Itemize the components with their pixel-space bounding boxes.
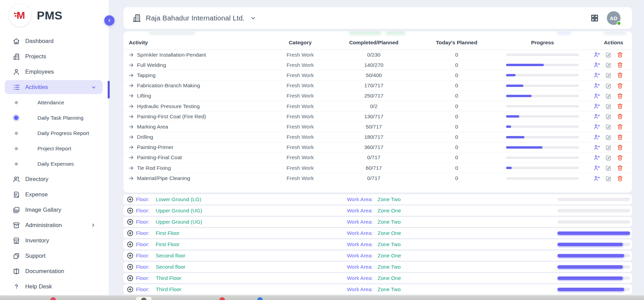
assign-user-icon[interactable] xyxy=(594,154,600,161)
assign-user-icon[interactable] xyxy=(594,113,600,120)
sidebar-item-employees[interactable]: Employees xyxy=(0,64,109,79)
completed-planned-cell: 0/717 xyxy=(337,175,411,181)
delete-icon[interactable] xyxy=(617,51,623,58)
edit-icon[interactable] xyxy=(605,103,612,109)
delete-icon[interactable] xyxy=(617,134,623,140)
assign-user-icon[interactable] xyxy=(594,144,600,151)
sidebar-item-documentation[interactable]: Documentation xyxy=(0,264,109,279)
sidebar-subitem-daily-task-planning[interactable]: Daily Task Planning xyxy=(0,110,109,125)
work-area-zone: Zone Two xyxy=(378,241,401,247)
expand-plus-icon[interactable] xyxy=(127,252,134,259)
system-taskbar[interactable] xyxy=(0,295,644,300)
expand-plus-icon[interactable] xyxy=(127,286,134,293)
todays-planned-cell: 0 xyxy=(411,124,502,130)
assign-user-icon[interactable] xyxy=(594,72,600,78)
edit-icon[interactable] xyxy=(605,93,612,99)
dock-dot-blue[interactable] xyxy=(257,297,263,300)
category-cell: Fresh Work xyxy=(264,93,337,99)
expand-plus-icon[interactable] xyxy=(127,275,134,282)
table-row: Fabrication-Branch Making Fresh Work 170… xyxy=(123,81,632,91)
bullet-icon xyxy=(15,132,18,135)
expand-plus-icon[interactable] xyxy=(127,241,134,248)
archive-icon xyxy=(12,221,20,229)
sidebar-subitem-project-report[interactable]: Project Report xyxy=(0,141,109,156)
expand-plus-icon[interactable] xyxy=(127,264,134,270)
edit-icon[interactable] xyxy=(605,154,612,161)
delete-icon[interactable] xyxy=(617,165,623,171)
delete-icon[interactable] xyxy=(617,93,623,99)
edit-icon[interactable] xyxy=(605,123,612,130)
sidebar-subitem-daily-progress-report[interactable]: Daily Progress Report xyxy=(0,125,109,141)
sidebar-nav: DashboardProjectsEmployeesActivitiesAtte… xyxy=(0,33,109,294)
sidebar-item-activities[interactable]: Activities xyxy=(5,80,103,94)
expand-plus-icon[interactable] xyxy=(127,207,134,214)
delete-icon[interactable] xyxy=(617,62,623,68)
delete-icon[interactable] xyxy=(617,154,623,161)
edit-icon[interactable] xyxy=(605,62,612,68)
activity-name: Hydraulic Pressure Testing xyxy=(137,103,200,109)
edit-icon[interactable] xyxy=(605,134,612,140)
assign-user-icon[interactable] xyxy=(594,103,600,109)
dock-active-app-tile[interactable] xyxy=(136,297,152,300)
arrow-right-icon xyxy=(128,93,134,99)
completed-planned-cell: 0/230 xyxy=(337,52,411,58)
delete-icon[interactable] xyxy=(617,123,623,130)
bullet-icon xyxy=(15,163,18,165)
sidebar-subitem-attendance[interactable]: Attendance xyxy=(0,95,109,110)
company-dropdown-chevron-icon[interactable] xyxy=(250,15,256,21)
sidebar-collapse-button[interactable] xyxy=(104,15,114,26)
progress-bar-fill xyxy=(506,146,542,149)
dock-dot-red-2[interactable] xyxy=(219,297,225,300)
delete-icon[interactable] xyxy=(617,144,623,151)
sidebar-subitem-daily-expenses[interactable]: Daily Expenses xyxy=(0,156,109,171)
expand-plus-icon[interactable] xyxy=(127,230,134,237)
apps-grid-icon[interactable] xyxy=(591,14,599,22)
assign-user-icon[interactable] xyxy=(594,82,600,89)
sidebar-item-image-gallary[interactable]: Image Gallary xyxy=(0,202,109,217)
assign-user-icon[interactable] xyxy=(594,165,600,171)
sidebar-item-directory[interactable]: Directory xyxy=(0,171,109,187)
delete-icon[interactable] xyxy=(617,82,623,89)
edit-icon[interactable] xyxy=(605,72,612,78)
sidebar-item-administration[interactable]: Administration xyxy=(0,217,109,233)
assign-user-icon[interactable] xyxy=(594,123,600,130)
sidebar-item-support[interactable]: Support xyxy=(0,248,109,264)
edit-icon[interactable] xyxy=(605,165,612,171)
edit-icon[interactable] xyxy=(605,144,612,151)
floor-name: Lower Ground (LG) xyxy=(156,196,201,202)
sidebar-subitem-label: Daily Task Planning xyxy=(37,115,83,121)
delete-icon[interactable] xyxy=(617,72,623,78)
delete-icon[interactable] xyxy=(617,113,623,120)
completed-planned-cell: 0/717 xyxy=(337,154,411,161)
dock-dot-red-1[interactable] xyxy=(50,297,56,300)
assign-user-icon[interactable] xyxy=(594,175,600,182)
sidebar-item-expense[interactable]: Expense xyxy=(0,187,109,202)
dock-app-icon[interactable] xyxy=(141,298,147,300)
edit-icon[interactable] xyxy=(605,82,612,89)
category-cell: Fresh Work xyxy=(264,62,337,68)
column-header-today-s-planned: Today's Planned xyxy=(411,40,502,46)
work-area-label: Work Area: xyxy=(347,219,373,225)
assign-user-icon[interactable] xyxy=(594,62,600,68)
sidebar-item-inventory[interactable]: Inventory xyxy=(0,233,109,248)
progress-bar-fill xyxy=(506,95,532,97)
expand-plus-icon[interactable] xyxy=(127,196,134,203)
delete-icon[interactable] xyxy=(617,103,623,109)
edit-icon[interactable] xyxy=(605,113,612,120)
floor-progress-bar xyxy=(557,220,630,224)
company-name: Raja Bahadur International Ltd. xyxy=(146,14,245,22)
assign-user-icon[interactable] xyxy=(594,93,600,99)
assign-user-icon[interactable] xyxy=(594,51,600,58)
assign-user-icon[interactable] xyxy=(594,134,600,140)
user-menu[interactable]: AD xyxy=(607,11,620,25)
edit-icon[interactable] xyxy=(605,175,612,182)
sidebar-item-help-desk[interactable]: Help Desk xyxy=(0,279,109,294)
completed-planned-cell: 140/270 xyxy=(337,62,411,68)
sidebar-item-projects[interactable]: Projects xyxy=(0,49,109,64)
expand-plus-icon[interactable] xyxy=(127,219,134,225)
arrow-right-icon xyxy=(128,154,134,161)
edit-icon[interactable] xyxy=(605,51,612,58)
delete-icon[interactable] xyxy=(617,175,623,182)
sidebar-subitem-label: Project Report xyxy=(37,146,71,152)
sidebar-item-dashboard[interactable]: Dashboard xyxy=(0,33,109,49)
